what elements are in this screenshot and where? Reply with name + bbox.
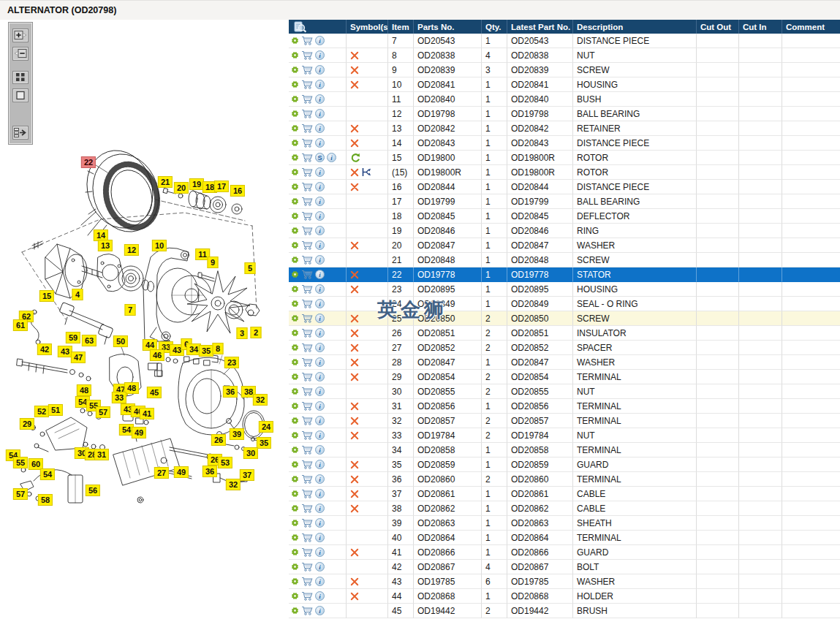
details-gear-icon[interactable] [291, 490, 299, 498]
details-gear-icon[interactable] [291, 241, 299, 249]
add-to-cart-icon[interactable] [301, 562, 313, 571]
column-header-parts-no-[interactable]: Parts No. [414, 20, 482, 34]
column-header-description[interactable]: Description [573, 20, 697, 34]
info-icon[interactable]: i [315, 387, 325, 396]
info-icon[interactable]: i [315, 591, 325, 601]
add-to-cart-icon[interactable] [301, 255, 313, 265]
add-to-cart-icon[interactable] [301, 387, 313, 396]
info-icon[interactable]: i [315, 109, 325, 118]
part-label-7[interactable]: 7 [125, 304, 136, 316]
add-to-cart-icon[interactable] [301, 504, 313, 513]
part-label-4[interactable]: 4 [72, 289, 83, 300]
add-to-cart-icon[interactable] [301, 197, 313, 206]
table-row-item-31[interactable]: i31OD208561OD20856TERMINAL [289, 399, 840, 414]
table-row-item-17[interactable]: i17OD197991OD19799BALL BEARING [289, 194, 840, 209]
table-row-item-41[interactable]: i41OD208661OD20866GUARD [289, 545, 840, 560]
info-icon[interactable]: i [315, 357, 325, 367]
details-gear-icon[interactable] [291, 51, 299, 59]
column-header-symbol-s-[interactable]: Symbol(s) [347, 20, 388, 34]
table-row-item-15[interactable]: i(15)OD19800R1OD19800RROTOR [289, 165, 840, 180]
info-icon[interactable]: i [315, 80, 325, 89]
add-to-cart-icon[interactable] [301, 94, 313, 104]
table-row-item-44[interactable]: i44OD208681OD20868HOLDER [289, 589, 840, 604]
part-label-56[interactable]: 56 [86, 485, 100, 496]
details-gear-icon[interactable] [291, 329, 299, 337]
column-header-item[interactable]: Item [388, 20, 414, 34]
table-row-item-15[interactable]: Si15OD198001OD19800RROTOR [289, 151, 840, 165]
part-label-31[interactable]: 31 [94, 449, 109, 460]
table-row-item-20[interactable]: i20OD208471OD20847WASHER [289, 238, 840, 253]
details-gear-icon[interactable] [291, 124, 299, 132]
add-to-cart-icon[interactable] [301, 65, 313, 75]
table-row-item-36[interactable]: i36OD208602OD20860TERMINAL [289, 472, 840, 487]
part-label-50[interactable]: 50 [113, 335, 128, 347]
details-gear-icon[interactable] [291, 563, 299, 571]
table-row-item-8[interactable]: i8OD208384OD20838NUT [289, 48, 840, 63]
table-row-item-30[interactable]: i30OD208552OD20855NUT [289, 384, 840, 399]
table-row-item-13[interactable]: i13OD208421OD20842RETAINER [289, 121, 840, 136]
info-icon[interactable]: i [315, 445, 325, 455]
add-to-cart-icon[interactable] [301, 577, 313, 586]
add-to-cart-icon[interactable] [301, 299, 313, 308]
add-to-cart-icon[interactable] [301, 460, 313, 469]
part-label-20[interactable]: 20 [174, 182, 189, 194]
part-label-49[interactable]: 49 [132, 427, 146, 438]
add-to-cart-icon[interactable] [301, 240, 313, 250]
part-label-35[interactable]: 35 [257, 437, 271, 449]
table-row-item-39[interactable]: i39OD208631OD20863SHEATH [289, 516, 840, 531]
table-row-item-19[interactable]: i19OD208461OD20846RING [289, 224, 840, 238]
part-label-53[interactable]: 53 [218, 457, 232, 468]
table-row-item-16[interactable]: i16OD208441OD20844DISTANCE PIECE [289, 180, 840, 194]
details-gear-icon[interactable] [291, 300, 299, 308]
part-label-51[interactable]: 51 [48, 404, 63, 416]
add-to-cart-icon[interactable] [301, 138, 313, 148]
part-label-27[interactable]: 27 [154, 467, 169, 479]
part-label-45[interactable]: 45 [147, 387, 162, 398]
part-label-8[interactable]: 8 [213, 343, 224, 354]
add-to-cart-icon[interactable] [301, 533, 313, 542]
table-row-item-33[interactable]: i33OD197842OD19784NUT [289, 428, 840, 443]
details-gear-icon[interactable] [291, 95, 299, 103]
info-icon[interactable]: i [315, 416, 325, 425]
details-gear-icon[interactable] [291, 607, 299, 615]
part-label-59[interactable]: 59 [66, 332, 80, 343]
details-gear-icon[interactable] [291, 139, 299, 147]
details-gear-icon[interactable] [291, 460, 299, 468]
table-row-item-25[interactable]: i25OD208502OD20850SCREW [289, 311, 840, 326]
details-gear-icon[interactable] [291, 504, 299, 512]
info-icon[interactable]: i [315, 401, 325, 411]
part-label-57[interactable]: 57 [96, 406, 110, 418]
details-gear-icon[interactable] [291, 373, 299, 381]
part-label-29[interactable]: 29 [20, 418, 34, 430]
details-gear-icon[interactable] [291, 431, 299, 439]
info-icon[interactable]: i [315, 197, 325, 206]
details-gear-icon[interactable] [291, 197, 299, 205]
details-gear-icon[interactable] [291, 110, 299, 118]
add-to-cart-icon[interactable] [301, 314, 313, 323]
add-to-cart-icon[interactable] [301, 489, 313, 498]
table-row-item-11[interactable]: i11OD208401OD20840BUSH [289, 92, 840, 107]
part-label-54[interactable]: 54 [40, 468, 55, 480]
info-icon[interactable]: i [315, 284, 325, 294]
window-view-button[interactable] [12, 88, 29, 102]
add-to-cart-icon[interactable] [301, 445, 313, 455]
part-label-9[interactable]: 9 [208, 257, 219, 268]
info-icon[interactable]: i [315, 182, 325, 191]
add-to-cart-icon[interactable] [301, 372, 313, 381]
details-gear-icon[interactable] [291, 270, 299, 278]
details-gear-icon[interactable] [291, 285, 299, 293]
details-gear-icon[interactable] [291, 402, 299, 410]
part-label-39[interactable]: 39 [230, 428, 244, 440]
part-label-23[interactable]: 23 [224, 357, 239, 368]
add-to-cart-icon[interactable] [301, 270, 313, 279]
table-row-item-29[interactable]: i29OD208542OD20854TERMINAL [289, 370, 840, 384]
details-gear-icon[interactable] [291, 168, 299, 176]
part-label-46[interactable]: 46 [150, 349, 164, 361]
part-label-63[interactable]: 63 [82, 335, 97, 346]
part-label-52[interactable]: 52 [34, 406, 49, 417]
tile-view-button[interactable] [12, 71, 29, 85]
part-label-36[interactable]: 36 [203, 466, 217, 477]
details-gear-icon[interactable] [291, 80, 299, 88]
info-icon[interactable]: i [315, 124, 325, 133]
supersession-s-badge[interactable]: S [315, 153, 325, 162]
